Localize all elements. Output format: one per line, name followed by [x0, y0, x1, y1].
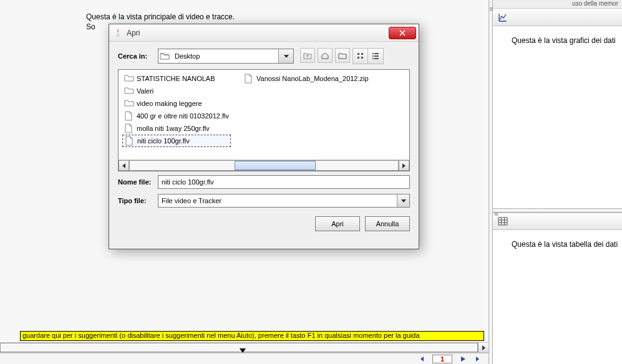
lookin-combo[interactable]: Desktop	[158, 49, 294, 64]
main-view-text-2: So	[86, 22, 95, 31]
dropdown-arrow-icon[interactable]	[278, 49, 293, 63]
file-list-scrollbar[interactable]	[119, 160, 409, 171]
folder-open-icon	[158, 52, 171, 60]
horizontal-splitter[interactable]	[493, 208, 622, 213]
list-view-icon	[357, 52, 364, 60]
svg-rect-11	[372, 55, 374, 57]
vertical-splitter[interactable]	[488, 0, 493, 364]
table-icon	[498, 216, 508, 226]
file-open-dialog: Apri Cerca in: Desktop	[109, 24, 419, 249]
lookin-label: Cerca in:	[118, 52, 158, 60]
file-item[interactable]: molla niti 1way 250gr.flv	[122, 122, 231, 135]
home-icon	[321, 52, 329, 59]
svg-rect-0	[498, 218, 507, 225]
timeline-marker-icon[interactable]	[240, 348, 246, 353]
file-icon	[124, 111, 134, 121]
filetype-label: Tipo file:	[118, 197, 158, 204]
step-back-button[interactable]	[417, 355, 426, 363]
file-item-label: Valeri	[137, 87, 153, 95]
chart-view-header	[493, 9, 622, 26]
home-button[interactable]	[318, 48, 333, 63]
svg-rect-12	[374, 55, 379, 57]
filename-value: niti ciclo 100gr.flv	[162, 178, 214, 186]
folder-icon	[124, 74, 134, 84]
file-item-label: video making leggere	[137, 100, 202, 107]
filetype-combo[interactable]: File video e Tracker	[158, 194, 410, 208]
dropdown-arrow-icon[interactable]	[397, 194, 409, 207]
lookin-value: Desktop	[171, 52, 278, 60]
svg-rect-9	[372, 53, 374, 54]
java-icon	[113, 28, 123, 38]
timeline-scroll-right[interactable]	[478, 343, 488, 352]
file-icon	[244, 74, 254, 84]
timeline-track[interactable]	[0, 343, 478, 352]
file-item[interactable]: Valeri	[122, 85, 231, 97]
list-view-button[interactable]	[353, 49, 368, 64]
chart-icon	[498, 12, 508, 22]
svg-rect-6	[357, 57, 359, 59]
scroll-right-button[interactable]	[399, 160, 409, 171]
dialog-title: Apri	[127, 29, 389, 37]
play-button[interactable]	[459, 355, 467, 363]
folder-icon	[124, 86, 134, 96]
folder-icon	[124, 98, 134, 108]
new-folder-icon	[338, 52, 347, 59]
file-item-label: Vanossi NanoLab_Modena_2012.zip	[256, 75, 369, 82]
file-item[interactable]: Vanossi NanoLab_Modena_2012.zip	[242, 72, 371, 85]
svg-rect-14	[374, 58, 379, 59]
file-icon	[124, 123, 134, 133]
step-forward-button[interactable]	[474, 355, 482, 363]
file-item[interactable]: niti ciclo 100gr.flv	[122, 135, 231, 147]
details-view-icon	[372, 52, 379, 60]
file-icon	[125, 136, 135, 146]
cancel-button[interactable]: Annulla	[365, 216, 410, 231]
table-view-text: Questa è la vista tabella dei dati	[493, 230, 622, 254]
up-folder-button[interactable]	[300, 48, 315, 63]
file-item-label: 400 gr e oltre niti 01032012.flv	[137, 112, 229, 120]
file-item-label: molla niti 1way 250gr.flv	[137, 125, 210, 132]
file-item[interactable]: 400 gr e oltre niti 01032012.flv	[122, 110, 231, 122]
right-panel: uso della memor Questa è la vista grafic…	[493, 0, 622, 364]
player-controls: 1	[0, 353, 488, 364]
table-view-header	[493, 213, 622, 230]
frame-field[interactable]: 1	[432, 355, 452, 363]
file-item-label: niti ciclo 100gr.flv	[137, 137, 190, 145]
scroll-left-button[interactable]	[119, 160, 129, 171]
up-folder-icon	[303, 52, 312, 59]
hint-bar: guardare qui per i suggerimenti (o disab…	[20, 331, 484, 341]
svg-rect-8	[361, 57, 363, 59]
dialog-titlebar[interactable]: Apri	[109, 24, 419, 42]
details-view-button[interactable]	[368, 49, 383, 64]
filename-field[interactable]: niti ciclo 100gr.flv	[158, 175, 410, 189]
new-folder-button[interactable]	[335, 48, 350, 63]
memory-usage-label: uso della memor	[493, 0, 622, 9]
main-view-text: Questa è la vista principale di video e …	[86, 12, 235, 21]
filename-label: Nome file:	[118, 178, 158, 186]
chart-view-text: Questa è la vista grafici dei dati	[493, 26, 622, 50]
scroll-track[interactable]	[129, 160, 399, 171]
close-icon	[399, 30, 406, 36]
svg-rect-5	[357, 53, 359, 55]
file-item[interactable]: video making leggere	[122, 97, 231, 110]
close-button[interactable]	[389, 27, 416, 39]
filetype-value: File video e Tracker	[158, 197, 397, 204]
file-list[interactable]: STATISTICHE NANOLABValerivideo making le…	[118, 69, 410, 171]
svg-rect-13	[372, 58, 374, 59]
svg-rect-7	[361, 53, 363, 55]
svg-rect-10	[374, 53, 379, 54]
scroll-thumb[interactable]	[235, 161, 316, 170]
file-item-label: STATISTICHE NANOLAB	[137, 75, 215, 82]
file-item[interactable]: STATISTICHE NANOLAB	[122, 72, 231, 85]
open-button[interactable]: Apri	[315, 216, 360, 231]
